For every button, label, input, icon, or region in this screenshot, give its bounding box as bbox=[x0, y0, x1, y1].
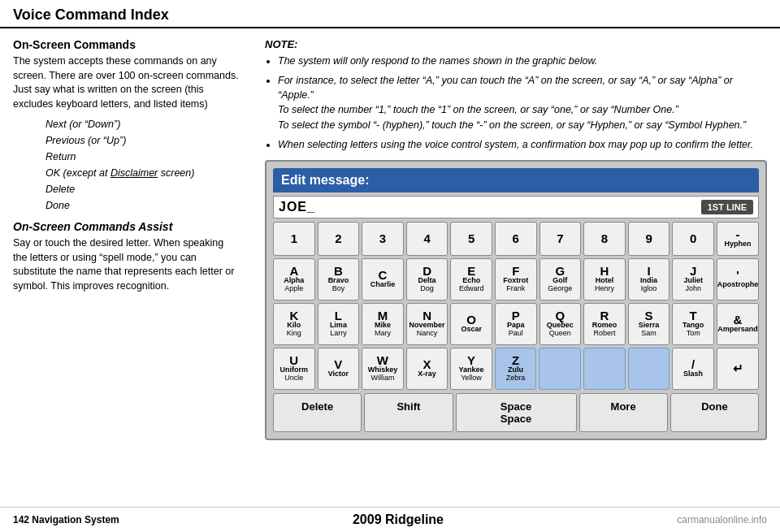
key-F[interactable]: FFoxtrotFrank bbox=[495, 258, 537, 301]
key-hyphen[interactable]: -Hyphen bbox=[717, 222, 759, 256]
cmd-return: Return bbox=[46, 149, 239, 165]
action-delete[interactable]: Delete bbox=[273, 393, 362, 432]
kb-input-text[interactable]: JOE_ bbox=[279, 200, 701, 214]
key-N[interactable]: NNovemberNancy bbox=[406, 303, 448, 345]
kb-rows: 1 2 3 4 5 6 7 8 9 0 -Hyphen AAlphaA bbox=[273, 222, 759, 390]
key-apostrophe[interactable]: 'Apostrophe bbox=[717, 258, 759, 301]
key-3[interactable]: 3 bbox=[362, 222, 404, 256]
key-ampersand[interactable]: &Ampersand bbox=[717, 303, 759, 345]
key-J[interactable]: JJulietJohn bbox=[672, 258, 714, 301]
keyboard-widget: Edit message: JOE_ 1ST LINE 1 2 3 4 5 6 … bbox=[265, 160, 767, 440]
kb-header: Edit message: bbox=[273, 168, 759, 192]
cmd-ok: OK (except at Disclaimer screen) bbox=[46, 165, 239, 181]
key-O[interactable]: OOscar bbox=[450, 303, 492, 345]
section2-body: Say or touch the desired letter. When sp… bbox=[13, 236, 239, 293]
key-7[interactable]: 7 bbox=[540, 222, 582, 256]
key-G[interactable]: GGolfGeorge bbox=[540, 258, 582, 301]
key-1[interactable]: 1 bbox=[273, 222, 315, 256]
key-blank3[interactable] bbox=[628, 348, 670, 390]
key-T[interactable]: TTangoTom bbox=[672, 303, 714, 345]
key-E[interactable]: EEchoEdward bbox=[450, 258, 492, 301]
key-D[interactable]: DDeltaDog bbox=[406, 258, 448, 301]
note-item-3: When selecting letters using the voice c… bbox=[278, 137, 767, 152]
note-list: The system will only respond to the name… bbox=[278, 54, 767, 152]
section1-title: On-Screen Commands bbox=[13, 38, 239, 51]
key-S[interactable]: SSierraSam bbox=[628, 303, 670, 345]
page-title: Voice Command Index bbox=[13, 6, 169, 24]
footer-right: carmanualonline.info bbox=[677, 514, 767, 526]
kb-text-row: JOE_ 1ST LINE bbox=[273, 196, 759, 218]
key-enter[interactable]: ↵ bbox=[717, 348, 759, 390]
kb-line-label: 1ST LINE bbox=[701, 200, 753, 214]
section2-title: On-Screen Commands Assist bbox=[13, 220, 239, 233]
letter-row-1: AAlphaApple BBravoBoy CCharlie DDeltaDog… bbox=[273, 258, 759, 301]
key-L[interactable]: LLimaLarry bbox=[318, 303, 360, 345]
footer: 142 Navigation System 2009 Ridgeline car… bbox=[0, 507, 780, 532]
key-blank1[interactable] bbox=[539, 348, 581, 390]
section1-body: The system accepts these commands on any… bbox=[13, 54, 239, 111]
letter-row-3: UUniformUncle VVictor WWhiskeyWilliam XX… bbox=[273, 348, 759, 390]
key-P[interactable]: PPapaPaul bbox=[495, 303, 537, 345]
note-title: NOTE: bbox=[265, 38, 767, 50]
cmd-next: Next (or “Down”) bbox=[46, 116, 239, 132]
key-9[interactable]: 9 bbox=[628, 222, 670, 256]
note-item-1: The system will only respond to the name… bbox=[278, 54, 767, 68]
key-X[interactable]: XX-ray bbox=[406, 348, 448, 390]
key-Y[interactable]: YYankeeYellow bbox=[450, 348, 492, 390]
cmd-previous: Previous (or “Up”) bbox=[46, 132, 239, 149]
key-5[interactable]: 5 bbox=[450, 222, 492, 256]
key-U[interactable]: UUniformUncle bbox=[273, 348, 315, 390]
key-2[interactable]: 2 bbox=[318, 222, 360, 256]
key-slash[interactable]: /Slash bbox=[672, 348, 714, 390]
key-6[interactable]: 6 bbox=[495, 222, 537, 256]
key-M[interactable]: MMikeMary bbox=[362, 303, 404, 345]
action-done[interactable]: Done bbox=[670, 393, 759, 432]
title-bar: Voice Command Index bbox=[0, 0, 780, 28]
key-K[interactable]: KKiloKing bbox=[273, 303, 315, 345]
page: Voice Command Index On-Screen Commands T… bbox=[0, 0, 780, 532]
key-W[interactable]: WWhiskeyWilliam bbox=[362, 348, 404, 390]
key-0[interactable]: 0 bbox=[672, 222, 714, 256]
key-8[interactable]: 8 bbox=[583, 222, 626, 256]
key-I[interactable]: IIndiaIgloo bbox=[628, 258, 670, 301]
note-section: NOTE: The system will only respond to th… bbox=[265, 38, 767, 152]
key-Z[interactable]: ZZuluZebra bbox=[495, 348, 537, 390]
key-4[interactable]: 4 bbox=[406, 222, 448, 256]
action-row: Delete Shift SpaceSpace More Done bbox=[273, 393, 759, 432]
action-space[interactable]: SpaceSpace bbox=[456, 393, 577, 432]
footer-left: 142 Navigation System bbox=[13, 514, 119, 526]
note-item-2: For instance, to select the letter “A,” … bbox=[278, 73, 767, 132]
letter-row-2: KKiloKing LLimaLarry MMikeMary NNovember… bbox=[273, 303, 759, 345]
key-Q[interactable]: QQuebecQueen bbox=[540, 303, 582, 345]
right-column: NOTE: The system will only respond to th… bbox=[252, 35, 780, 500]
num-row: 1 2 3 4 5 6 7 8 9 0 -Hyphen bbox=[273, 222, 759, 256]
key-A[interactable]: AAlphaApple bbox=[273, 258, 315, 301]
main-content: On-Screen Commands The system accepts th… bbox=[0, 28, 780, 507]
action-shift[interactable]: Shift bbox=[364, 393, 453, 432]
footer-center: 2009 Ridgeline bbox=[353, 513, 444, 527]
cmd-delete: Delete bbox=[46, 181, 239, 197]
key-C[interactable]: CCharlie bbox=[362, 258, 404, 301]
commands-list: Next (or “Down”) Previous (or “Up”) Retu… bbox=[46, 116, 239, 214]
key-R[interactable]: RRomeoRobert bbox=[583, 303, 626, 345]
key-B[interactable]: BBravoBoy bbox=[318, 258, 360, 301]
key-H[interactable]: HHotelHenry bbox=[583, 258, 626, 301]
key-blank2[interactable] bbox=[583, 348, 626, 390]
cmd-done: Done bbox=[46, 197, 239, 214]
left-column: On-Screen Commands The system accepts th… bbox=[0, 35, 252, 500]
action-more[interactable]: More bbox=[579, 393, 668, 432]
key-V[interactable]: VVictor bbox=[318, 348, 360, 390]
